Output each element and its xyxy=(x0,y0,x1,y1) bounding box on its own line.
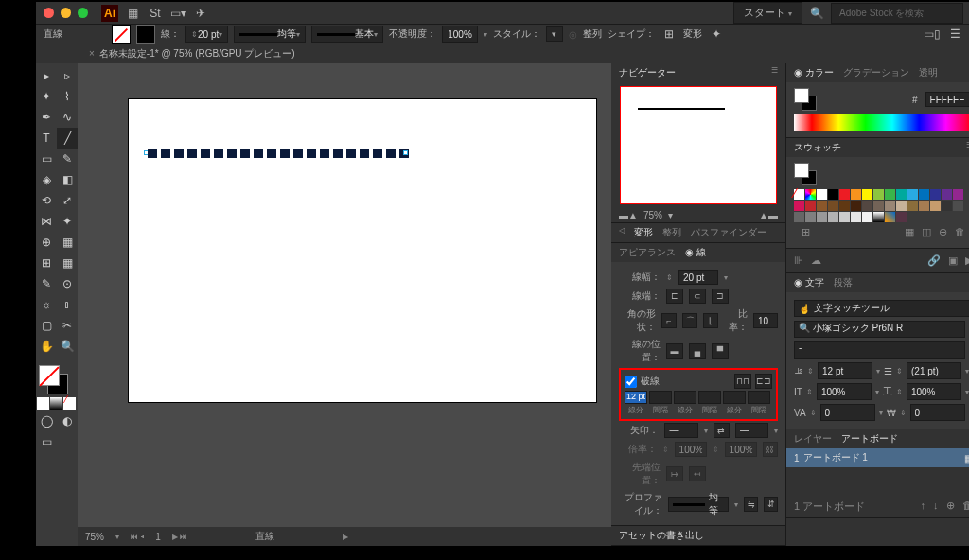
zoom-tool[interactable]: 🔍 xyxy=(57,336,78,357)
navigator-preview[interactable] xyxy=(620,86,777,204)
tip-2[interactable]: ↤ xyxy=(689,466,706,481)
leading-input[interactable] xyxy=(907,362,961,379)
direct-selection-tool[interactable]: ▹ xyxy=(57,65,78,86)
artboard[interactable] xyxy=(129,99,596,402)
eraser-tool[interactable]: ◧ xyxy=(57,169,78,190)
swatches-tab[interactable]: スウォッチ xyxy=(794,141,841,154)
align-outside[interactable]: ▀ xyxy=(712,343,729,359)
link-icon[interactable]: ⛓ xyxy=(763,442,778,457)
touch-tool-button[interactable]: ☝ 文字タッチツール xyxy=(794,300,969,317)
panel-menu-icon[interactable]: ☰ xyxy=(771,66,778,79)
fill-stroke-control[interactable] xyxy=(36,362,78,396)
dash-2-input[interactable] xyxy=(674,391,696,404)
stock-search-input[interactable]: Adobe Stock を検索 xyxy=(831,3,963,24)
font-style-select[interactable]: - xyxy=(794,341,965,359)
style-button[interactable]: ▾ xyxy=(546,26,563,42)
line-tool[interactable]: ╱ xyxy=(57,128,78,149)
bridge-icon[interactable]: ▦ xyxy=(124,5,141,22)
screen-mode[interactable]: ▭ xyxy=(36,431,57,452)
zoom-level[interactable]: 75% xyxy=(85,532,104,542)
layers-tab[interactable]: レイヤー xyxy=(794,432,832,446)
selection-handle[interactable] xyxy=(403,150,408,155)
shape-builder-tool[interactable]: ⊕ xyxy=(36,232,57,253)
gradient-tab[interactable]: グラデーション xyxy=(843,66,909,79)
arrow-swap-icon[interactable]: ⇄ xyxy=(714,423,730,438)
draw-behind[interactable]: ◐ xyxy=(57,411,78,431)
swatch-grid[interactable]: ⁄ xyxy=(794,189,969,222)
magic-wand-tool[interactable]: ✦ xyxy=(36,86,57,107)
color-tab[interactable]: ◉ カラー xyxy=(794,66,834,79)
gradient-tool[interactable]: ▦ xyxy=(57,253,78,273)
gap-1-input[interactable] xyxy=(649,391,672,404)
fill-swatch[interactable] xyxy=(112,25,131,44)
blend-tool[interactable]: ⊙ xyxy=(57,273,78,294)
font-select[interactable]: 🔍 小塚ゴシック Pr6N R xyxy=(794,321,965,338)
opacity-input[interactable]: 100% xyxy=(442,26,478,43)
artboard-nav[interactable]: 1 xyxy=(155,532,161,542)
tracking-input[interactable] xyxy=(910,404,965,421)
action-icon[interactable]: ▶ xyxy=(965,254,969,267)
ratio-input[interactable] xyxy=(753,313,778,328)
maximize-icon[interactable] xyxy=(78,8,88,18)
width-tool[interactable]: ⋈ xyxy=(36,211,57,232)
weight-input[interactable] xyxy=(678,270,718,285)
flip-y-icon[interactable]: ⇵ xyxy=(764,497,778,512)
hand-tool[interactable]: ✋ xyxy=(36,336,57,357)
slice-tool[interactable]: ✂ xyxy=(57,315,78,336)
arrow-start[interactable]: ― xyxy=(664,423,697,438)
minimize-icon[interactable] xyxy=(61,8,71,18)
draw-normal[interactable]: ◯ xyxy=(36,411,57,431)
navigator-tab[interactable]: ナビゲーター xyxy=(619,66,676,79)
free-transform-tool[interactable]: ✦ xyxy=(57,211,78,232)
font-size-input[interactable] xyxy=(818,362,872,379)
eyedropper-tool[interactable]: ✎ xyxy=(36,273,57,294)
swatch-fill-stroke[interactable] xyxy=(794,163,817,185)
brush-icon[interactable]: ⊪ xyxy=(794,254,803,267)
kerning-input[interactable] xyxy=(820,404,875,421)
stroke-swatch[interactable] xyxy=(136,25,155,44)
transform-tab[interactable]: 変形 xyxy=(634,226,653,239)
symbol-icon[interactable]: ☁ xyxy=(811,254,821,267)
asset-tab[interactable]: アセットの書き出し xyxy=(619,529,704,542)
paintbrush-tool[interactable]: ✎ xyxy=(57,149,78,169)
close-icon[interactable] xyxy=(44,8,54,18)
shape-label[interactable]: シェイプ： xyxy=(608,27,655,41)
align-inside[interactable]: ▄ xyxy=(689,343,706,359)
gradient-mode[interactable] xyxy=(50,397,62,410)
appearance-tab[interactable]: アピアランス xyxy=(619,246,676,259)
panel-menu-icon[interactable]: ☰ xyxy=(966,141,969,154)
dash-checkbox[interactable] xyxy=(625,376,637,388)
none-mode[interactable]: ⁄ xyxy=(63,397,76,410)
shaper-tool[interactable]: ◈ xyxy=(36,169,57,190)
cap-butt[interactable]: ⊏ xyxy=(666,289,683,304)
stroke-brush[interactable]: 基本 ▾ xyxy=(311,26,383,43)
dash-mode-1[interactable]: ⊓⊓ xyxy=(734,374,751,389)
move-down-icon[interactable]: ↓ xyxy=(933,499,939,514)
workspace-menu[interactable]: スタート ▾ xyxy=(733,2,802,24)
flip-x-icon[interactable]: ⇋ xyxy=(744,497,758,512)
color-spectrum[interactable] xyxy=(794,114,969,131)
artboard-options-icon[interactable]: ▦ xyxy=(964,453,969,464)
corner-round[interactable]: ⌒ xyxy=(682,313,697,328)
dash-mode-2[interactable]: ⊏⊐ xyxy=(755,374,772,389)
tb-icon-st[interactable]: St xyxy=(147,5,164,22)
color-fill-stroke[interactable] xyxy=(794,88,817,111)
perspective-tool[interactable]: ▦ xyxy=(57,232,78,253)
profile-select[interactable]: 均等 xyxy=(668,497,729,512)
hscale-input[interactable] xyxy=(907,383,961,400)
color-mode[interactable] xyxy=(37,397,49,410)
align-tab[interactable]: 整列 xyxy=(662,226,681,239)
para-tab[interactable]: 段落 xyxy=(834,276,853,289)
symbol-tool[interactable]: ☼ xyxy=(36,294,57,315)
align-label[interactable]: 整列 xyxy=(583,27,602,41)
arrow-end[interactable]: ― xyxy=(735,423,768,438)
link-icon[interactable]: 🔗 xyxy=(927,254,941,267)
pen-tool[interactable]: ✒ xyxy=(36,107,57,128)
artboard-tool[interactable]: ▢ xyxy=(36,315,57,336)
curvature-tool[interactable]: ∿ xyxy=(57,107,78,128)
type-tool[interactable]: T xyxy=(36,128,57,149)
tip-1[interactable]: ↦ xyxy=(666,466,683,481)
stroke-profile[interactable]: 均等 ▾ xyxy=(234,26,306,43)
gap-2-input[interactable] xyxy=(698,391,721,404)
dash-1-input[interactable]: 12 pt xyxy=(625,391,647,404)
